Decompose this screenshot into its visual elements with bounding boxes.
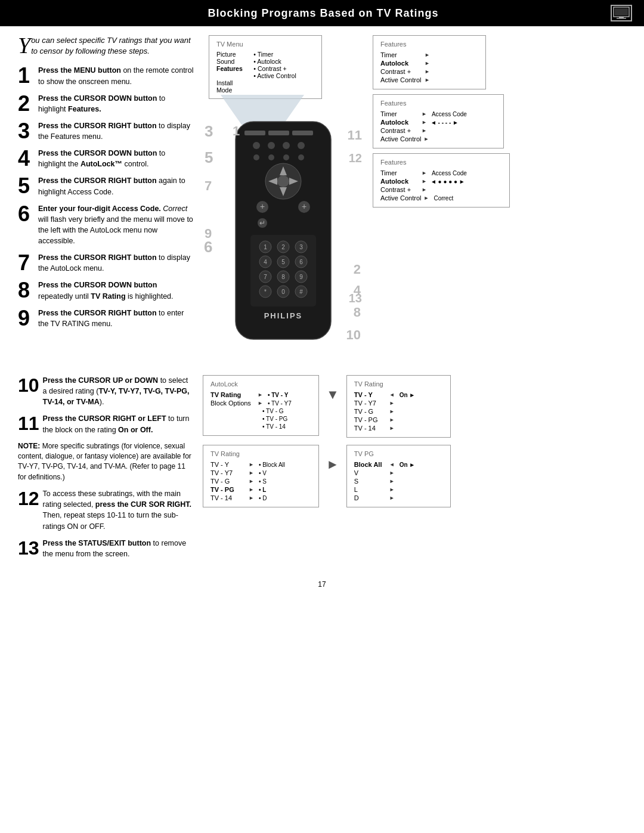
svg-text:#: # [299,289,303,295]
step-text-5: Press the CURSOR RIGHT button again to h… [38,175,194,197]
svg-rect-1 [619,17,624,18]
tv-rating2-row-tvg: TV - G ► • S [210,477,311,485]
tv-pg-row-blockall: Block All ◄ On ► [354,460,443,469]
menu-row-autolock-2: Autolock ► ◄ - - - - ► [380,118,496,126]
tv-pg-row-l: L ► [354,485,443,494]
overlay-6: 6 [204,238,212,256]
overlay-3: 3 [205,122,213,141]
svg-text:2: 2 [281,244,285,250]
step-3: 3 Press the CURSOR RIGHT button to displ… [18,120,194,142]
svg-text:+: + [260,202,265,211]
tv-rating-title-2: TV Rating [210,450,311,457]
features-panel-2: Features Timer ► Access Code Autolock ► … [373,94,504,148]
features-panel-1: Features Timer ► Autolock ► Contrast + ► [373,35,486,89]
autolock-row-tv14: • TV - 14 [210,423,311,431]
svg-text:*: * [264,289,267,295]
svg-point-13 [268,154,274,160]
step-2: 2 Press the CURSOR DOWN button to highli… [18,93,194,114]
step-num-12: 12 [18,488,39,509]
step-9: 9 Press the CURSOR RIGHT button to enter… [18,308,194,329]
diagram-row-2: TV Rating TV - Y ► • Block All TV - Y7 ►… [203,445,626,507]
tv-pg-row-d: D ► [354,494,443,502]
step-num-9: 9 [18,308,35,329]
step-text-4: Press the CURSOR DOWN button to highligh… [38,148,194,169]
page-header: Blocking Programs Based on TV Ratings [0,0,644,26]
svg-text:↵: ↵ [259,219,265,227]
features-title-3: Features [380,159,502,166]
tv-rating-row-tvy7: TV - Y7 ► [354,399,443,407]
menu-row-autolock-3: Autolock ► ◄ ● ● ● ● ► [380,177,502,185]
step-1: 1 Press the MENU button on the remote co… [18,65,194,86]
step-8: 8 Press the CURSOR DOWN button repeatedl… [18,280,194,301]
tv-rating2-row-tvy: TV - Y ► • Block All [210,460,311,469]
menu-row-contrast-3: Contrast + ► [380,185,502,194]
svg-rect-2 [617,18,626,19]
tv-rating-row-tvg: TV - G ► [354,407,443,416]
arrow-down-1: ▼ [326,375,339,402]
features-title-2: Features [380,100,496,107]
svg-text:4: 4 [264,259,267,265]
svg-rect-5 [244,131,265,135]
step-10: 10 Press the CURSOR UP or DOWN to select… [18,375,194,407]
svg-point-12 [253,154,259,160]
bottom-diagrams: AutoLock TV Rating ► • TV - Y Block Opti… [203,375,626,565]
svg-rect-6 [268,131,289,135]
step-text-13: Press the STATUS/EXIT button to remove t… [43,538,194,559]
svg-text:7: 7 [264,274,267,280]
overlay-12: 12 [349,151,362,165]
autolock-row-blockoptions: Block Options ► • TV - Y7 [210,399,311,407]
svg-point-11 [298,142,305,149]
features-panel-3: Features Timer ► Access Code Autolock ► … [373,153,510,208]
remote-diagram: TV Menu Picture• Timer Sound• Autolock F… [203,35,364,369]
overlay-10: 10 [346,327,361,343]
tv-pg-row-s: S ► [354,477,443,485]
svg-point-15 [298,154,304,160]
tv-pg-panel: TV PG Block All ◄ On ► V ► S ► [346,445,451,507]
svg-text:6: 6 [299,259,303,265]
tv-rating-panel-2: TV Rating TV - Y ► • Block All TV - Y7 ►… [203,445,319,507]
step-text-2: Press the CURSOR DOWN button to highligh… [38,93,194,114]
tv-pg-title: TV PG [354,450,443,457]
page-title: Blocking Programs Based on TV Ratings [36,7,611,20]
tv-menu-title: TV Menu [216,41,314,48]
overlay-4: 4 [354,283,361,298]
step-num-3: 3 [18,120,35,142]
step-num-13: 13 [18,538,39,559]
bottom-steps-left: 10 Press the CURSOR UP or DOWN to select… [18,375,194,565]
tv-rating2-row-tvy7: TV - Y7 ► • V [210,469,311,477]
overlay-5: 5 [205,148,213,167]
menus-right: Features Timer ► Autolock ► Contrast + ► [373,35,626,369]
step-text-9: Press the CURSOR RIGHT button to enter t… [38,308,194,329]
step-num-8: 8 [18,280,35,301]
step-4: 4 Press the CURSOR DOWN button to highli… [18,148,194,169]
step-text-12: To access these subratings, with the mai… [43,488,194,532]
step-num-4: 4 [18,148,35,169]
tv-pg-row-v: V ► [354,469,443,477]
step-text-3: Press the CURSOR RIGHT button to display… [38,120,194,142]
step-5: 5 Press the CURSOR RIGHT button again to… [18,175,194,197]
step-num-10: 10 [18,375,39,396]
tv-rating2-row-tv14: TV - 14 ► • D [210,494,311,502]
tv-rating-row-tv14: TV - 14 ► [354,424,443,432]
tv-rating-row-tvpg: TV - PG ► [354,416,443,424]
svg-point-14 [283,154,289,160]
intro-body: ou can select specific TV ratings that y… [31,36,190,55]
overlay-7: 7 [205,178,212,194]
svg-text:0: 0 [281,289,285,295]
svg-text:1: 1 [264,244,267,250]
step-text-11: Press the CURSOR RIGHT or LEFT to turn t… [43,413,194,435]
menu-row-autolock-1: Autolock ► [380,59,478,67]
svg-rect-4 [236,122,331,339]
svg-text:+: + [302,202,306,211]
menu-row-active-2: Active Control ► [380,135,496,143]
svg-rect-3 [615,8,628,16]
step-text-10: Press the CURSOR UP or DOWN to select a … [43,375,194,407]
overlay-2: 2 [354,262,361,277]
step-11: 11 Press the CURSOR RIGHT or LEFT to tur… [18,413,194,435]
page-wrapper: Blocking Programs Based on TV Ratings Y … [0,0,644,594]
svg-text:3: 3 [299,244,303,250]
main-content: Y ou can select specific TV ratings that… [0,26,644,574]
svg-text:5: 5 [281,259,285,265]
step-num-1: 1 [18,65,35,86]
svg-text:9: 9 [299,274,303,280]
